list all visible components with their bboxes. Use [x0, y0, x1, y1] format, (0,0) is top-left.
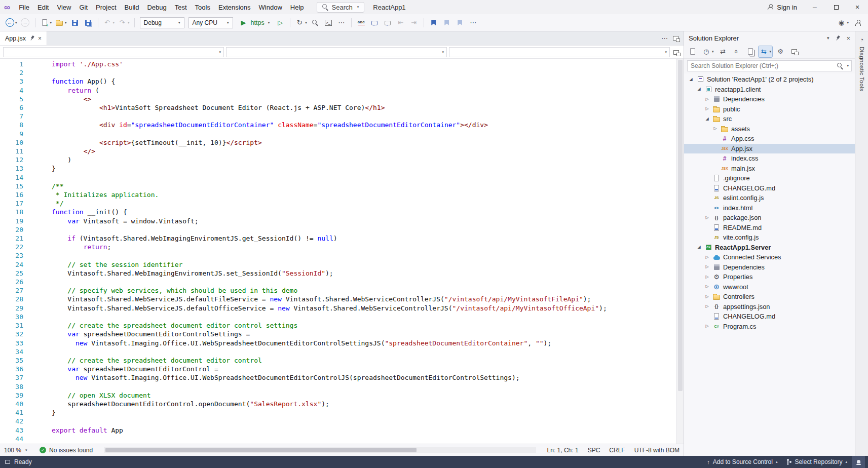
caret-position[interactable]: Ln: 1, Ch: 1 [547, 447, 579, 454]
close-tab-icon[interactable]: × [38, 35, 42, 42]
expander-expanded-icon[interactable]: ◢ [688, 77, 694, 82]
code-line[interactable]: 14 [0, 173, 676, 182]
solution-configurations-dropdown[interactable]: Debug▾ [140, 17, 184, 28]
tree-item-properties[interactable]: ▷⚙Properties [684, 272, 855, 282]
line-number[interactable]: 35 [0, 356, 23, 365]
refresh-browser-button[interactable]: ↻▾ [294, 17, 308, 29]
expander-collapsed-icon[interactable]: ▷ [712, 127, 718, 131]
undo-button[interactable]: ↶▾ [102, 17, 116, 29]
code-line[interactable]: 16 * Initializes application. [0, 190, 676, 199]
code-line[interactable]: 32 var spreadsheetDocumentEditorControlS… [0, 330, 676, 338]
code-line[interactable]: 38 [0, 382, 676, 391]
line-number[interactable]: 42 [0, 417, 23, 425]
code-lines[interactable]: 1import './App.css'23function App() {4 r… [0, 59, 676, 444]
close-icon[interactable]: × [846, 34, 850, 42]
issues-indicator[interactable]: ✓ No issues found [40, 447, 93, 454]
tree-item-changelog-md[interactable]: CHANGELOG.md [684, 183, 855, 193]
pin-icon[interactable] [834, 34, 842, 42]
tree-item-public[interactable]: ▷public [684, 104, 855, 114]
start-without-debugging-button[interactable]: ▷ [274, 17, 286, 29]
code-line[interactable]: 25 Vintasoft.Shared.WebImagingEnviroment… [0, 269, 676, 278]
tree-item-gitignore[interactable]: .gitignore [684, 173, 855, 183]
tree-item-appsettings-json[interactable]: ▷{}appsettings.json [684, 302, 855, 312]
tree-item-package-json[interactable]: ▷{}package.json [684, 213, 855, 223]
menu-file[interactable]: File [15, 2, 33, 13]
line-number[interactable]: 12 [0, 155, 23, 164]
switch-views-button[interactable] [687, 46, 698, 57]
solution-explorer-search[interactable]: ▾ [687, 60, 852, 71]
zoom-dropdown[interactable]: 100 % ▾ [4, 447, 33, 454]
expander-collapsed-icon[interactable]: ▷ [704, 107, 710, 111]
line-number[interactable]: 40 [0, 400, 23, 408]
search-box[interactable]: Search ▾ [317, 2, 365, 13]
notifications-button[interactable] [852, 456, 865, 468]
code-line[interactable]: 29 Vintasoft.Shared.WebServiceJS.default… [0, 304, 676, 313]
line-number[interactable]: 6 [0, 103, 23, 112]
line-number[interactable]: 23 [0, 251, 23, 260]
line-number[interactable]: 30 [0, 313, 23, 321]
expander-collapsed-icon[interactable]: ▷ [704, 255, 710, 259]
code-line[interactable]: 9 [0, 130, 676, 138]
code-line[interactable]: 35 // create the spreadsheet document ed… [0, 356, 676, 365]
tree-item-index-css[interactable]: #index.css [684, 153, 855, 164]
code-line[interactable]: 22 return; [0, 243, 676, 251]
code-line[interactable]: 36 var spreadsheetDocumentEditorControl … [0, 365, 676, 373]
maximize-button[interactable] [825, 0, 847, 14]
expander-collapsed-icon[interactable]: ▷ [704, 275, 710, 279]
tree-item-assets[interactable]: ▷assets [684, 124, 855, 134]
nav-project-dropdown[interactable]: ▾ [3, 47, 224, 57]
code-line[interactable]: 18function __init() { [0, 208, 676, 216]
line-number[interactable]: 17 [0, 199, 23, 208]
code-line[interactable]: 10 <script>{setTimeout(__init, 10)}</scr… [0, 138, 676, 147]
tree-item-main-jsx[interactable]: JSXmain.jsx [684, 164, 855, 174]
line-number[interactable]: 19 [0, 217, 23, 225]
code-line[interactable]: 3function App() { [0, 77, 676, 86]
tree-item-eslint-config-js[interactable]: JSeslint.config.js [684, 193, 855, 203]
line-number[interactable]: 4 [0, 86, 23, 95]
code-line[interactable]: 44 [0, 435, 676, 443]
line-number[interactable]: 41 [0, 408, 23, 417]
tree-item-index-html[interactable]: <>index.html [684, 203, 855, 213]
tree-item-src[interactable]: ◢src [684, 114, 855, 124]
toolbar-overflow-left-button[interactable]: ⋯ [335, 17, 348, 29]
tree-item-wwwroot[interactable]: ▷⊕wwwroot [684, 282, 855, 292]
window-layout-icon[interactable] [673, 36, 678, 41]
pin-icon[interactable] [28, 34, 36, 42]
increase-indent-button[interactable]: ⇥ [408, 17, 420, 29]
preview-selected-items-button[interactable] [788, 46, 800, 57]
vertical-scrollbar[interactable] [676, 59, 684, 444]
vertical-scrollbar-thumb[interactable] [678, 60, 683, 391]
menu-build[interactable]: Build [121, 2, 143, 13]
toggle-bookmark-button[interactable] [428, 17, 440, 29]
line-number[interactable]: 3 [0, 77, 23, 86]
code-line[interactable]: 31 // create the spreadsheet document ed… [0, 321, 676, 330]
nav-member-dropdown[interactable]: ▾ [449, 47, 670, 57]
start-debugging-button[interactable]: ▶https▾ [236, 17, 274, 29]
menu-project[interactable]: Project [92, 2, 120, 13]
code-line[interactable]: 41} [0, 408, 676, 417]
chevron-down-icon[interactable]: ▾ [847, 64, 849, 68]
line-number[interactable]: 1 [0, 60, 23, 68]
close-button[interactable]: × [847, 0, 868, 14]
solution-explorer-search-input[interactable] [688, 62, 835, 69]
tree-item-solution-reactapp1-2-of-2-projects[interactable]: ◢Solution 'ReactApp1' (2 of 2 projects) [684, 74, 855, 85]
tree-item-changelog-md[interactable]: CHANGELOG.md [684, 311, 855, 322]
command-window-button[interactable]: >_ [322, 17, 334, 29]
line-number[interactable]: 43 [0, 426, 23, 435]
tree-item-vite-config-js[interactable]: JSvite.config.js [684, 232, 855, 243]
sync-with-active-document-button[interactable]: ⇆▾ [759, 46, 773, 57]
line-number[interactable]: 34 [0, 347, 23, 356]
line-number[interactable]: 31 [0, 321, 23, 330]
code-line[interactable]: 12 ) [0, 155, 676, 164]
code-editor[interactable]: 1import './App.css'23function App() {4 r… [0, 59, 684, 444]
pending-changes-filter-button[interactable]: ◷▾ [701, 46, 715, 57]
line-number[interactable]: 21 [0, 234, 23, 243]
solution-platforms-dropdown[interactable]: Any CPU▾ [188, 17, 233, 28]
chevron-down-icon[interactable]: ▾ [827, 35, 829, 41]
sign-in-button[interactable]: Sign in [760, 4, 804, 11]
background-tasks-icon[interactable] [5, 460, 10, 464]
code-line[interactable]: 26 [0, 278, 676, 286]
line-number[interactable]: 18 [0, 208, 23, 216]
line-number[interactable]: 33 [0, 339, 23, 347]
line-number[interactable]: 39 [0, 391, 23, 400]
